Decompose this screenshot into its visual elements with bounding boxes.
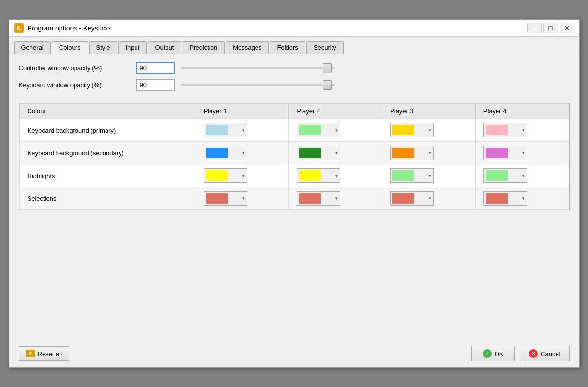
cancel-button[interactable]: ✕ Cancel: [520, 346, 569, 361]
chevron-down-icon: ▾: [242, 196, 245, 201]
minimize-button[interactable]: —: [527, 23, 542, 33]
reset-all-button[interactable]: ↺ Reset all: [19, 346, 70, 361]
row-2-p3: ▾: [382, 164, 476, 187]
tab-bar: General Colours Style Input Output Predi…: [9, 37, 579, 54]
color-dropdown-3-p1[interactable]: ▾: [204, 191, 247, 206]
color-dropdown-3-p4[interactable]: ▾: [483, 191, 527, 206]
content-area: Controller window opacity (%): Keyboard …: [9, 54, 579, 340]
color-swatch-0-p2: [299, 125, 321, 135]
controller-opacity-label: Controller window opacity (%):: [19, 64, 130, 72]
color-dropdown-2-p4[interactable]: ▾: [483, 168, 527, 183]
color-swatch-1-p2: [299, 148, 321, 158]
color-dropdown-1-p4[interactable]: ▾: [483, 146, 527, 160]
row-2-p4: ▾: [475, 164, 569, 187]
reset-all-label: Reset all: [38, 350, 62, 357]
table-row: Keyboard background (primary)▾▾▾▾: [19, 119, 569, 142]
color-dropdown-3-p2[interactable]: ▾: [297, 191, 340, 206]
row-0-p1: ▾: [196, 119, 289, 142]
keyboard-opacity-label: Keyboard window opacity (%):: [19, 81, 130, 89]
main-window: K Program options - Keysticks — □ ✕ Gene…: [9, 19, 580, 368]
footer-right: ✓ OK ✕ Cancel: [471, 346, 569, 361]
row-3-p4: ▾: [475, 187, 569, 210]
color-dropdown-2-p1[interactable]: ▾: [204, 168, 247, 183]
color-dropdown-2-p3[interactable]: ▾: [390, 168, 434, 183]
row-3-p1: ▾: [196, 187, 289, 210]
color-swatch-3-p4: [486, 193, 508, 204]
chevron-down-icon: ▾: [335, 128, 338, 133]
keyboard-opacity-slider-container: [181, 84, 335, 86]
color-dropdown-3-p3[interactable]: ▾: [390, 191, 434, 206]
chevron-down-icon: ▾: [335, 173, 338, 178]
tab-folders[interactable]: Folders: [270, 41, 305, 54]
color-dropdown-0-p2[interactable]: ▾: [297, 123, 340, 137]
color-swatch-3-p1: [206, 193, 228, 204]
tab-messages[interactable]: Messages: [226, 41, 269, 54]
color-swatch-3-p2: [299, 193, 321, 204]
tab-prediction[interactable]: Prediction: [182, 41, 225, 54]
row-2-p1: ▾: [196, 164, 289, 187]
col-header-p4: Player 4: [475, 104, 569, 119]
title-bar: K Program options - Keysticks — □ ✕: [9, 20, 579, 37]
window-title: Program options - Keysticks: [28, 24, 523, 32]
color-swatch-2-p4: [486, 170, 508, 181]
color-swatch-1-p4: [486, 148, 508, 158]
app-icon: K: [14, 23, 24, 33]
controller-opacity-input[interactable]: [136, 62, 175, 74]
row-0-p2: ▾: [289, 119, 382, 142]
ok-icon: ✓: [483, 349, 492, 358]
row-1-p1: ▾: [196, 142, 289, 164]
reset-icon: ↺: [26, 350, 35, 357]
color-swatch-0-p4: [486, 125, 508, 135]
tab-output[interactable]: Output: [148, 41, 181, 54]
color-table: Colour Player 1 Player 2 Player 3 Player…: [19, 103, 569, 210]
row-0-label: Keyboard background (primary): [19, 119, 196, 142]
chevron-down-icon: ▾: [242, 150, 245, 155]
color-dropdown-1-p2[interactable]: ▾: [297, 146, 340, 160]
color-swatch-0-p3: [392, 125, 414, 135]
tab-general[interactable]: General: [14, 41, 51, 54]
col-header-colour: Colour: [19, 104, 196, 119]
cancel-label: Cancel: [541, 350, 560, 357]
chevron-down-icon: ▾: [522, 196, 525, 201]
row-1-label: Keyboard background (secondary): [19, 142, 196, 164]
chevron-down-icon: ▾: [429, 173, 431, 178]
tab-style[interactable]: Style: [89, 41, 118, 54]
color-dropdown-2-p2[interactable]: ▾: [297, 168, 340, 183]
tab-colours[interactable]: Colours: [52, 41, 88, 54]
ok-label: OK: [495, 350, 504, 357]
row-3-p3: ▾: [382, 187, 476, 210]
chevron-down-icon: ▾: [429, 196, 431, 201]
table-row: Selections▾▾▾▾: [19, 187, 569, 210]
row-1-p3: ▾: [382, 142, 476, 164]
color-swatch-3-p3: [392, 193, 414, 204]
maximize-button[interactable]: □: [543, 23, 558, 33]
color-swatch-2-p3: [392, 170, 414, 181]
row-2-label: Highlights: [19, 164, 196, 187]
chevron-down-icon: ▾: [522, 150, 525, 155]
keyboard-opacity-thumb[interactable]: [323, 80, 332, 90]
color-dropdown-1-p3[interactable]: ▾: [390, 146, 434, 160]
row-3-label: Selections: [19, 187, 196, 210]
keyboard-opacity-input[interactable]: [136, 79, 175, 91]
color-table-container: Colour Player 1 Player 2 Player 3 Player…: [19, 103, 570, 210]
close-button[interactable]: ✕: [560, 23, 574, 33]
ok-button[interactable]: ✓ OK: [471, 346, 515, 361]
tab-input[interactable]: Input: [118, 41, 147, 54]
color-swatch-2-p2: [299, 170, 321, 181]
color-dropdown-0-p1[interactable]: ▾: [204, 123, 247, 137]
controller-opacity-thumb[interactable]: [323, 63, 332, 73]
controller-opacity-track: [181, 67, 335, 69]
color-dropdown-1-p1[interactable]: ▾: [204, 146, 247, 160]
controller-opacity-slider-container: [181, 67, 335, 69]
chevron-down-icon: ▾: [429, 150, 431, 155]
color-dropdown-0-p4[interactable]: ▾: [483, 123, 527, 137]
chevron-down-icon: ▾: [335, 196, 338, 201]
table-row: Keyboard background (secondary)▾▾▾▾: [19, 142, 569, 164]
color-dropdown-0-p3[interactable]: ▾: [390, 123, 434, 137]
col-header-p1: Player 1: [196, 104, 289, 119]
row-0-p3: ▾: [382, 119, 476, 142]
chevron-down-icon: ▾: [335, 150, 338, 155]
chevron-down-icon: ▾: [522, 128, 525, 133]
tab-security[interactable]: Security: [306, 41, 344, 54]
cancel-icon: ✕: [529, 349, 538, 358]
